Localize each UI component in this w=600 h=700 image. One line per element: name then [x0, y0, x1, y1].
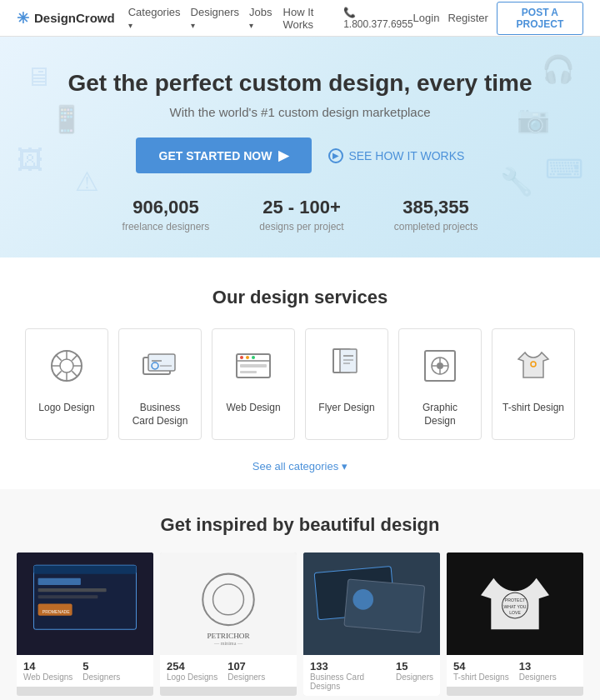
hero-section: 🖥 📱 🖼 🎧 📷 ⌨ ⚠ 🔧 Get the perfect custom d…: [0, 37, 600, 258]
service-business-card-label: Business Card Design: [128, 402, 192, 428]
service-tshirt-label: T-shirt Design: [501, 402, 566, 415]
gallery-info-biz: 133 Business Card Designs 15 Designers: [303, 655, 440, 696]
gallery-stat-primary: 14 Web Designs: [23, 660, 72, 682]
gallery-stat-secondary-num: 15: [396, 660, 433, 672]
gallery-stat-primary-num: 133: [310, 660, 386, 672]
services-grid: Logo Design Business Card Design Web Des…: [17, 328, 583, 440]
svg-rect-20: [240, 364, 267, 368]
chevron-down-icon: ▾: [128, 21, 132, 30]
nav-categories[interactable]: Categories ▾: [128, 6, 181, 31]
svg-text:PROTECT: PROTECT: [505, 598, 525, 603]
see-how-button[interactable]: ▶ SEE HOW IT WORKS: [328, 148, 464, 163]
svg-line-7: [72, 371, 78, 377]
service-web-design[interactable]: Web Design: [212, 328, 295, 440]
hero-stats: 906,005 freelance designers 25 - 100+ de…: [17, 197, 583, 232]
stat-projects-num: 385,355: [394, 197, 478, 218]
gallery-info-web: 14 Web Designs 5 Designers: [17, 655, 153, 687]
service-web-label: Web Design: [221, 402, 286, 415]
nav-designers[interactable]: Designers ▾: [191, 6, 240, 31]
business-card-icon: [128, 346, 192, 393]
logo[interactable]: ✳ DesignCrowd: [17, 9, 115, 28]
hero-buttons: GET STARTED NOW ▶ ▶ SEE HOW IT WORKS: [17, 138, 583, 173]
stat-designers-label: freelance designers: [122, 221, 210, 232]
stat-designs-label: designs per project: [259, 221, 343, 232]
gallery-info-logo: 254 Logo Designs 107 Designers: [160, 655, 297, 687]
stat-designs: 25 - 100+ designs per project: [259, 197, 343, 232]
logo-text: DesignCrowd: [34, 11, 115, 25]
gallery-item-web[interactable]: PROMENADE 14 Web Designs 5 Designers: [17, 552, 153, 696]
gallery-item-tshirt[interactable]: PROTECTWHAT YOULOVE 54 T-shirt Designs 1…: [447, 552, 583, 696]
gallery-stat-primary: 254 Logo Designs: [167, 660, 218, 682]
stat-projects: 385,355 completed projects: [394, 197, 478, 232]
service-business-card-design[interactable]: Business Card Design: [118, 328, 202, 440]
svg-line-6: [56, 355, 62, 361]
gallery-stat-primary-num: 54: [453, 660, 509, 672]
gallery-stat-primary: 54 T-shirt Designs: [453, 660, 509, 682]
gallery-stat-primary-label: Web Designs: [23, 672, 72, 682]
arrow-right-icon: ▶: [278, 148, 288, 163]
gallery-stat-primary-label: Business Card Designs: [310, 672, 386, 691]
service-logo-design[interactable]: Logo Design: [25, 328, 108, 440]
service-flyer-design[interactable]: Flyer Design: [305, 328, 388, 440]
gallery-thumb-biz: [303, 552, 440, 655]
chevron-down-icon: ▾: [191, 21, 195, 30]
svg-point-19: [252, 356, 255, 359]
gallery-stat-primary: 133 Business Card Designs: [310, 660, 386, 691]
gallery-stat-secondary: 15 Designers: [396, 660, 433, 691]
inspired-section: Get inspired by beautiful design PROMENA…: [0, 489, 600, 700]
gallery-info-tshirt: 54 T-shirt Designs 13 Designers: [447, 655, 583, 687]
gallery-thumb-logo: PETRICHOR— minima —: [160, 552, 297, 655]
navbar: ✳ DesignCrowd Categories ▾ Designers ▾ J…: [0, 0, 600, 37]
graphic-design-icon: [408, 346, 472, 393]
svg-text:PROMENADE: PROMENADE: [42, 609, 71, 614]
svg-rect-37: [34, 566, 137, 574]
svg-rect-38: [38, 578, 81, 585]
hero-title: Get the perfect custom design, every tim…: [17, 70, 583, 97]
navbar-left: ✳ DesignCrowd Categories ▾ Designers ▾ J…: [17, 6, 413, 31]
svg-rect-43: [160, 552, 297, 655]
svg-text:PETRICHOR: PETRICHOR: [207, 632, 250, 640]
hero-subtitle: With the world's #1 custom design market…: [17, 105, 583, 119]
gallery-grid: PROMENADE 14 Web Designs 5 Designers PET…: [17, 552, 583, 700]
stat-designers-num: 906,005: [122, 197, 210, 218]
gallery-item-biz[interactable]: 133 Business Card Designs 15 Designers: [303, 552, 440, 696]
post-project-button[interactable]: POST A PROJECT: [497, 2, 583, 35]
services-section: Our design services Logo Design Business…: [0, 258, 600, 489]
login-link[interactable]: Login: [413, 12, 440, 24]
flyer-icon: [314, 346, 379, 393]
svg-rect-21: [240, 371, 257, 373]
svg-point-1: [60, 359, 73, 372]
service-tshirt-design[interactable]: T-shirt Design: [492, 328, 575, 440]
svg-line-8: [72, 355, 78, 361]
logo-star-icon: ✳: [17, 9, 29, 28]
get-started-button[interactable]: GET STARTED NOW ▶: [136, 138, 312, 173]
navbar-right: Login Register POST A PROJECT: [413, 2, 583, 35]
gallery-stat-primary-num: 14: [23, 660, 72, 672]
tshirt-icon: [501, 346, 566, 393]
service-graphic-design[interactable]: Graphic Design: [398, 328, 482, 440]
see-all-categories[interactable]: See all categories ▾: [252, 460, 348, 472]
nav-how-it-works[interactable]: How It Works: [283, 6, 334, 31]
chevron-down-icon: ▾: [249, 21, 253, 30]
nav-jobs[interactable]: Jobs ▾: [249, 6, 272, 31]
chevron-down-icon: ▾: [342, 460, 348, 472]
stat-designers: 906,005 freelance designers: [122, 197, 210, 232]
service-graphic-label: Graphic Design: [408, 402, 472, 428]
svg-rect-40: [38, 595, 98, 598]
svg-point-18: [246, 356, 249, 359]
svg-line-9: [56, 371, 62, 377]
gallery-stat-secondary-label: Designers: [396, 672, 433, 682]
gallery-stat-secondary-label: Designers: [82, 672, 120, 682]
services-title: Our design services: [17, 287, 583, 308]
service-flyer-label: Flyer Design: [314, 402, 379, 415]
gallery-stat-secondary-label: Designers: [228, 672, 265, 682]
gallery-thumb-web: PROMENADE: [17, 552, 153, 655]
register-link[interactable]: Register: [448, 12, 488, 24]
play-icon: ▶: [328, 148, 343, 163]
gallery-stat-secondary-num: 13: [519, 660, 557, 672]
gallery-stat-primary-label: Logo Designs: [167, 672, 218, 682]
gallery-item-logo[interactable]: PETRICHOR— minima — 254 Logo Designs 107…: [160, 552, 297, 696]
stat-designs-num: 25 - 100+: [259, 197, 343, 218]
gallery-stat-secondary: 13 Designers: [519, 660, 557, 682]
svg-rect-23: [340, 349, 357, 372]
